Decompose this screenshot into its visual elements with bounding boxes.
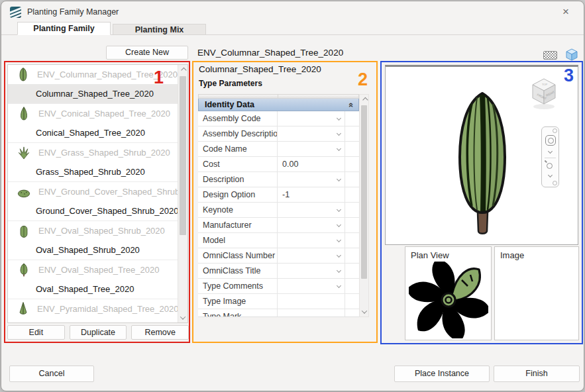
duplicate-button[interactable]: Duplicate bbox=[70, 325, 127, 340]
type-row-selected[interactable]: Columnar_Shaped_Tree_2020 bbox=[8, 84, 178, 103]
pyramidal-tree-icon bbox=[17, 301, 29, 317]
chevron-down-icon[interactable] bbox=[337, 268, 341, 273]
type-row[interactable]: Conical_Shaped_Tree_2020 bbox=[8, 123, 178, 142]
view-cube[interactable]: FRONT RIGHT TOP bbox=[527, 76, 560, 111]
navbar-expand-icon[interactable] bbox=[548, 149, 553, 154]
chevron-down-icon[interactable] bbox=[337, 222, 341, 227]
family-group: ENV_Pyramidal_Shaped_Tree_2020Pyramidal_… bbox=[8, 299, 178, 322]
cancel-button[interactable]: Cancel bbox=[9, 366, 94, 382]
image-box[interactable]: Image bbox=[494, 246, 579, 340]
chevron-down-icon[interactable] bbox=[337, 283, 341, 288]
finish-button[interactable]: Finish bbox=[494, 366, 580, 382]
zoom-tool-icon[interactable] bbox=[547, 163, 553, 169]
parameter-name: Keynote bbox=[198, 203, 278, 217]
conical-tree-icon bbox=[17, 106, 30, 122]
parameter-name: Code Name bbox=[198, 142, 278, 156]
plan-view-label: Plan View bbox=[411, 250, 449, 260]
family-row[interactable]: ENV_Conical_Shaped_Tree_2020 bbox=[8, 104, 178, 123]
plan-view-box[interactable]: Plan View bbox=[405, 246, 492, 340]
scroll-down-icon[interactable] bbox=[360, 307, 368, 317]
scroll-down-icon[interactable] bbox=[178, 313, 187, 322]
parameter-value-field[interactable] bbox=[278, 294, 345, 309]
close-icon[interactable]: × bbox=[559, 5, 572, 19]
create-new-button[interactable]: Create New bbox=[106, 46, 188, 60]
type-row[interactable]: Grass_Shaped_Shrub_2020 bbox=[8, 162, 178, 181]
parameter-row: Type Comments bbox=[198, 279, 359, 294]
parameter-row: Design Option-1 bbox=[198, 187, 359, 203]
parameter-value-field[interactable] bbox=[278, 218, 345, 232]
parameter-associate-cell bbox=[345, 187, 359, 202]
parameter-row: Model bbox=[198, 233, 359, 248]
parameter-value-field[interactable] bbox=[278, 264, 345, 278]
place-instance-button[interactable]: Place Instance bbox=[394, 366, 490, 382]
collapse-group-icon[interactable]: « bbox=[346, 103, 356, 107]
parameter-value: 0.00 bbox=[282, 160, 298, 169]
parameter-value-field[interactable]: -1 bbox=[278, 187, 345, 202]
chevron-down-icon[interactable] bbox=[337, 131, 341, 136]
family-list-scrollbar[interactable] bbox=[178, 65, 187, 322]
annotation-badge-1: 1 bbox=[154, 69, 164, 87]
annotation-badge-2: 2 bbox=[358, 71, 368, 89]
parameter-associate-cell bbox=[345, 248, 359, 263]
type-row[interactable]: Pyramidal_Shaped_Tree_2020 bbox=[8, 318, 178, 322]
parameter-name: OmniClass Number bbox=[198, 248, 278, 263]
parameter-value-field[interactable] bbox=[278, 279, 345, 293]
parameter-value-field[interactable] bbox=[278, 111, 345, 126]
parameter-table-scrollbar[interactable] bbox=[359, 94, 369, 317]
parameter-associate-cell bbox=[345, 294, 359, 309]
parameter-value-field[interactable] bbox=[278, 248, 345, 263]
navbar-divider bbox=[545, 158, 556, 158]
parameter-value-field[interactable] bbox=[278, 309, 345, 317]
chevron-down-icon[interactable] bbox=[337, 116, 341, 121]
plan-view-symbol bbox=[409, 262, 488, 338]
tab-planting-family[interactable]: Planting Family bbox=[17, 22, 111, 35]
scroll-up-icon[interactable] bbox=[178, 65, 187, 75]
navbar-expand-icon[interactable] bbox=[548, 173, 553, 177]
ground-cover-shrub-icon bbox=[17, 184, 30, 200]
remove-button[interactable]: Remove bbox=[131, 325, 189, 340]
steering-wheel-icon[interactable] bbox=[545, 135, 556, 146]
type-row[interactable]: Oval_Shaped_Tree_2020 bbox=[8, 279, 178, 299]
type-row[interactable]: Oval_Shaped_Shrub_2020 bbox=[8, 240, 178, 260]
parameter-value-field[interactable] bbox=[278, 203, 345, 217]
family-row[interactable]: ENV_Oval_Shaped_Tree_2020 bbox=[8, 260, 178, 279]
chevron-down-icon[interactable] bbox=[337, 177, 341, 181]
scroll-up-icon[interactable] bbox=[360, 95, 368, 105]
scrollbar-thumb[interactable] bbox=[180, 76, 186, 235]
parameter-value-field[interactable] bbox=[278, 233, 345, 248]
parameter-associate-cell bbox=[345, 264, 359, 278]
tab-planting-mix[interactable]: Planting Mix bbox=[113, 24, 206, 35]
mesh-toggle-icon[interactable] bbox=[543, 51, 557, 60]
chevron-down-icon[interactable] bbox=[337, 253, 341, 258]
3d-preview-viewport[interactable]: FRONT RIGHT TOP bbox=[385, 65, 578, 245]
parameter-value-field[interactable]: 0.00 bbox=[278, 157, 345, 172]
family-group: ENV_Oval_Shaped_Shrub_2020Oval_Shaped_Sh… bbox=[8, 221, 178, 260]
parameter-value-field[interactable] bbox=[278, 142, 345, 156]
identity-data-group-header[interactable]: Identity Data « bbox=[198, 99, 359, 111]
family-group: ENV_Oval_Shaped_Tree_2020Oval_Shaped_Tre… bbox=[8, 260, 178, 299]
family-name: ENV_Conical_Shaped_Tree_2020 bbox=[38, 109, 170, 119]
parameter-value-field[interactable] bbox=[278, 126, 345, 141]
family-row[interactable]: ENV_Ground_Cover_Shaped_Shrub_2020 bbox=[8, 182, 178, 201]
parameter-row: OmniClass Title bbox=[198, 264, 359, 279]
family-row[interactable]: ENV_Grass_Shaped_Shrub_2020 bbox=[8, 143, 178, 162]
parameter-associate-cell bbox=[345, 309, 359, 317]
parameter-row: Description bbox=[198, 172, 359, 187]
3d-view-toggle-icon[interactable] bbox=[565, 48, 578, 62]
parameter-associate-cell bbox=[345, 142, 359, 156]
navigation-bar[interactable] bbox=[541, 126, 559, 187]
parameter-associate-cell bbox=[345, 172, 359, 187]
scrollbar-thumb[interactable] bbox=[361, 105, 367, 279]
family-row[interactable]: ENV_Columnar_Shaped_Tree_2020 bbox=[8, 65, 178, 84]
chevron-down-icon[interactable] bbox=[337, 146, 341, 151]
edit-button[interactable]: Edit bbox=[7, 325, 65, 340]
navbar-options-icon[interactable] bbox=[553, 181, 557, 185]
navbar-options-icon[interactable] bbox=[553, 128, 557, 133]
chevron-down-icon[interactable] bbox=[337, 238, 341, 242]
family-row[interactable]: ENV_Pyramidal_Shaped_Tree_2020 bbox=[8, 299, 178, 318]
parameter-value-field[interactable] bbox=[278, 172, 345, 187]
selected-family-title: ENV_Columnar_Shaped_Tree_2020 bbox=[197, 46, 343, 60]
family-row[interactable]: ENV_Oval_Shaped_Shrub_2020 bbox=[8, 221, 178, 240]
type-row[interactable]: Ground_Cover_Shaped_Shrub_2020 bbox=[8, 201, 178, 220]
chevron-down-icon[interactable] bbox=[337, 207, 341, 212]
